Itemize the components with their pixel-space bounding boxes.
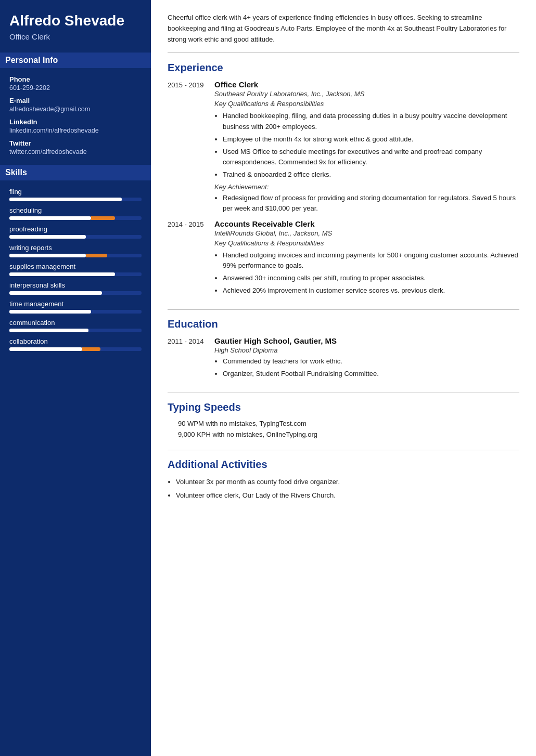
skill-bar-fill bbox=[9, 272, 115, 276]
list-item: Trained & onboarded 2 office clerks. bbox=[223, 170, 519, 180]
skill-name: interpersonal skills bbox=[9, 281, 142, 289]
edu-content: Gautier High School, Gautier, MSHigh Sch… bbox=[214, 336, 519, 382]
skill-bar-accent bbox=[82, 347, 101, 351]
list-item: Employee of the month 4x for strong work… bbox=[223, 134, 519, 145]
skill-item: communication bbox=[9, 319, 142, 332]
skill-bar-fill bbox=[9, 329, 88, 332]
summary-text: Cheerful office clerk with 4+ years of e… bbox=[168, 12, 519, 53]
typing-item: 9,000 KPH with no mistakes, OnlineTyping… bbox=[168, 431, 519, 438]
experience-entry: 2015 - 2019Office ClerkSoutheast Poultry… bbox=[168, 80, 519, 217]
skills-section: flingschedulingproofreadingwriting repor… bbox=[9, 188, 142, 351]
candidate-title: Office Clerk bbox=[9, 32, 142, 41]
edu-items: Commended by teachers for work ethic.Org… bbox=[214, 356, 519, 379]
skill-item: interpersonal skills bbox=[9, 281, 142, 295]
skill-bar-bg bbox=[9, 272, 142, 276]
skill-name: proofreading bbox=[9, 225, 142, 233]
info-value: 601-259-2202 bbox=[9, 84, 142, 92]
info-value: alfredoshevade@gmail.com bbox=[9, 106, 142, 113]
skill-bar-bg bbox=[9, 347, 142, 351]
skill-bar-bg bbox=[9, 310, 142, 314]
info-label: Twitter bbox=[9, 139, 142, 147]
typing-entries: 90 WPM with no mistakes, TypingTest.com9… bbox=[168, 420, 519, 438]
skill-bar-fill bbox=[9, 254, 86, 257]
achievement-label: Key Achievement: bbox=[214, 183, 519, 191]
skill-bar-bg bbox=[9, 329, 142, 332]
list-item: Commended by teachers for work ethic. bbox=[223, 356, 519, 367]
info-value: twitter.com/alfredoshevade bbox=[9, 148, 142, 155]
skill-bar-accent bbox=[91, 216, 115, 220]
skill-name: time management bbox=[9, 300, 142, 308]
skill-item: proofreading bbox=[9, 225, 142, 239]
candidate-name: Alfredo Shevade bbox=[9, 12, 142, 29]
skill-item: time management bbox=[9, 300, 142, 314]
info-label: LinkedIn bbox=[9, 118, 142, 126]
experience-entry: 2014 - 2015Accounts Receivable ClerkInte… bbox=[168, 219, 519, 299]
additional-section: Additional Activities Volunteer 3x per m… bbox=[168, 459, 519, 500]
skill-bar-bg bbox=[9, 235, 142, 239]
edu-school: Gautier High School, Gautier, MS bbox=[214, 336, 519, 345]
education-entry: 2011 - 2014Gautier High School, Gautier,… bbox=[168, 336, 519, 382]
skill-name: collaboration bbox=[9, 337, 142, 345]
sidebar: Alfredo Shevade Office Clerk Personal In… bbox=[0, 0, 151, 756]
skill-name: writing reports bbox=[9, 244, 142, 252]
skill-name: supplies management bbox=[9, 263, 142, 270]
list-item: Achieved 20% improvement in customer ser… bbox=[223, 285, 519, 296]
skill-bar-bg bbox=[9, 254, 142, 257]
experience-section: Experience 2015 - 2019Office ClerkSouthe… bbox=[168, 62, 519, 310]
edu-dates: 2011 - 2014 bbox=[168, 336, 204, 382]
personal-info-section: Phone601-259-2202E-mailalfredoshevade@gm… bbox=[9, 75, 142, 155]
skill-bar-fill bbox=[9, 347, 82, 351]
skill-item: supplies management bbox=[9, 263, 142, 276]
skill-name: scheduling bbox=[9, 206, 142, 214]
typing-item: 90 WPM with no mistakes, TypingTest.com bbox=[168, 420, 519, 427]
list-item: Redesigned flow of process for providing… bbox=[223, 193, 519, 214]
additional-list: Volunteer 3x per month as county food dr… bbox=[168, 477, 519, 500]
skill-item: fling bbox=[9, 188, 142, 201]
exp-dates: 2015 - 2019 bbox=[168, 80, 204, 217]
exp-content: Accounts Receivable ClerkIntelliRounds G… bbox=[214, 219, 519, 299]
list-item: Answered 30+ incoming calls per shift, r… bbox=[223, 273, 519, 283]
info-value: linkedin.com/in/alfredoshevade bbox=[9, 127, 142, 134]
skill-bar-fill bbox=[9, 216, 91, 220]
additional-title: Additional Activities bbox=[168, 459, 519, 471]
info-label: Phone bbox=[9, 75, 142, 83]
list-item: Volunteer office clerk, Our Lady of the … bbox=[176, 490, 519, 501]
education-entries: 2011 - 2014Gautier High School, Gautier,… bbox=[168, 336, 519, 382]
skill-item: scheduling bbox=[9, 206, 142, 220]
main-content: Cheerful office clerk with 4+ years of e… bbox=[151, 0, 536, 756]
education-section: Education 2011 - 2014Gautier High School… bbox=[168, 318, 519, 393]
skill-name: fling bbox=[9, 188, 142, 195]
skill-item: collaboration bbox=[9, 337, 142, 351]
exp-qual-label: Key Qualifications & Responsibilities bbox=[214, 100, 519, 108]
list-item: Handled outgoing invoices and incoming p… bbox=[223, 250, 519, 271]
exp-qual-label: Key Qualifications & Responsibilities bbox=[214, 239, 519, 247]
list-item: Volunteer 3x per month as county food dr… bbox=[176, 477, 519, 487]
skill-bar-fill bbox=[9, 235, 86, 239]
experience-entries: 2015 - 2019Office ClerkSoutheast Poultry… bbox=[168, 80, 519, 299]
exp-dates: 2014 - 2015 bbox=[168, 219, 204, 299]
info-label: E-mail bbox=[9, 97, 142, 105]
skill-bar-fill bbox=[9, 310, 91, 314]
skill-bar-accent bbox=[86, 254, 107, 257]
exp-job-title: Office Clerk bbox=[214, 80, 519, 89]
exp-company: Southeast Poultry Laboratories, Inc., Ja… bbox=[214, 90, 519, 98]
list-item: Organizer, Student Football Fundraising … bbox=[223, 369, 519, 379]
skill-bar-bg bbox=[9, 291, 142, 295]
exp-job-title: Accounts Receivable Clerk bbox=[214, 219, 519, 228]
skill-bar-fill bbox=[9, 198, 122, 201]
skill-name: communication bbox=[9, 319, 142, 327]
exp-responsibilities: Handled outgoing invoices and incoming p… bbox=[214, 250, 519, 296]
exp-achievements: Redesigned flow of process for providing… bbox=[214, 193, 519, 214]
education-title: Education bbox=[168, 318, 519, 330]
skill-item: writing reports bbox=[9, 244, 142, 257]
typing-section: Typing Speeds 90 WPM with no mistakes, T… bbox=[168, 401, 519, 450]
resume-container: Alfredo Shevade Office Clerk Personal In… bbox=[0, 0, 536, 756]
exp-content: Office ClerkSoutheast Poultry Laboratori… bbox=[214, 80, 519, 217]
list-item: Handled bookkeeping, filing, and data pr… bbox=[223, 111, 519, 132]
skills-header: Skills bbox=[0, 165, 151, 180]
exp-responsibilities: Handled bookkeeping, filing, and data pr… bbox=[214, 111, 519, 180]
experience-title: Experience bbox=[168, 62, 519, 74]
exp-company: IntelliRounds Global, Inc., Jackson, MS bbox=[214, 229, 519, 237]
skill-bar-bg bbox=[9, 198, 142, 201]
edu-degree: High School Diploma bbox=[214, 346, 519, 354]
